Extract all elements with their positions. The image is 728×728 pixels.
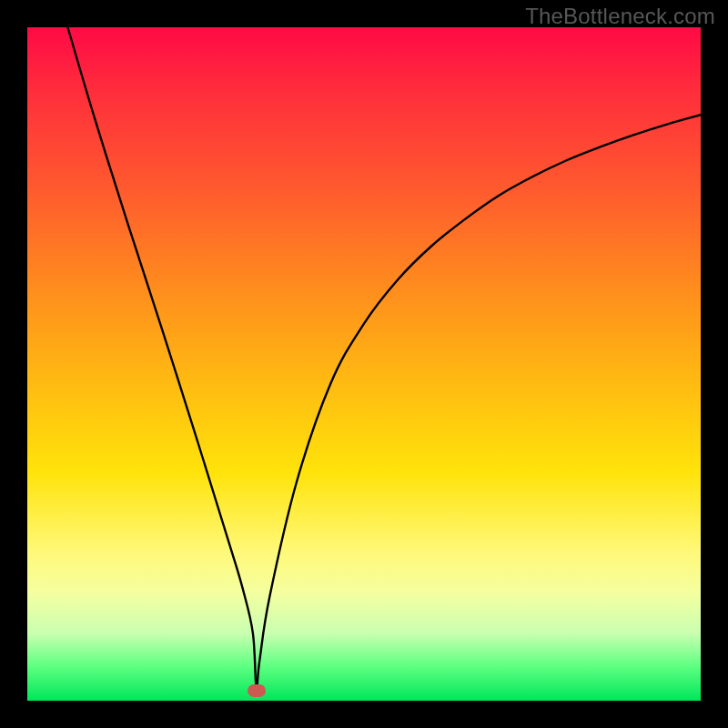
watermark-text: TheBottleneck.com [525,4,715,29]
optimal-point-marker [248,684,266,697]
plot-area [27,27,701,701]
chart-frame: TheBottleneck.com [0,0,728,728]
bottleneck-curve [67,27,701,688]
curve-svg [27,27,701,701]
